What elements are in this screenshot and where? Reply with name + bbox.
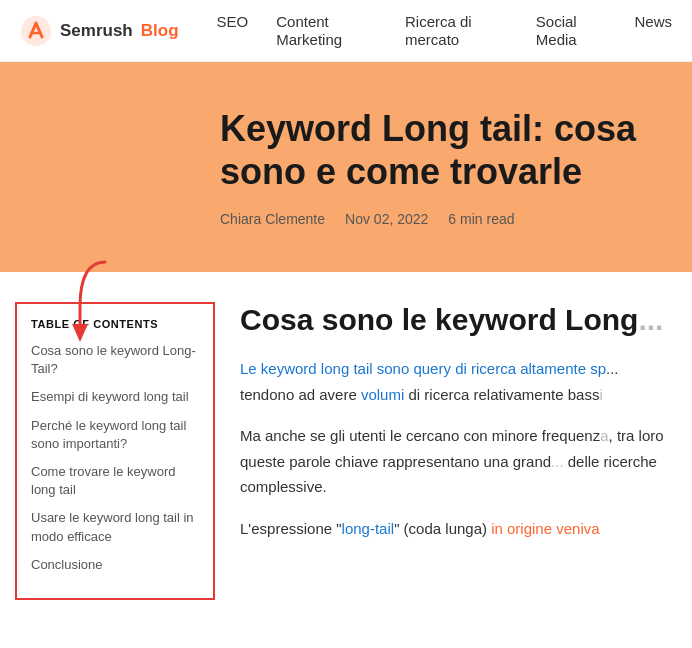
article-meta: Chiara Clemente Nov 02, 2022 6 min read bbox=[220, 211, 662, 227]
toc-item-3[interactable]: Come trovare le keyword long tail bbox=[31, 463, 199, 499]
logo-text: Semrush bbox=[60, 21, 133, 41]
author-name: Chiara Clemente bbox=[220, 211, 325, 227]
content-area: TABLE OF CONTENTS Cosa sono le keyword L… bbox=[0, 272, 692, 600]
nav-content-marketing[interactable]: Content Marketing bbox=[276, 13, 342, 48]
publish-date: Nov 02, 2022 bbox=[345, 211, 428, 227]
navigation: Semrush Blog SEO Content Marketing Ricer… bbox=[0, 0, 692, 62]
semrush-logo-icon bbox=[20, 15, 52, 47]
article-title: Keyword Long tail: cosa sono e come trov… bbox=[220, 107, 662, 193]
read-time: 6 min read bbox=[448, 211, 514, 227]
toc-item-2[interactable]: Perché le keyword long tail sono importa… bbox=[31, 417, 199, 453]
logo-link[interactable]: Semrush Blog bbox=[20, 15, 179, 47]
nav-ricerca-di-mercato[interactable]: Ricerca di mercato bbox=[405, 13, 472, 48]
logo-blog-suffix: Blog bbox=[141, 21, 179, 41]
nav-links: SEO Content Marketing Ricerca di mercato… bbox=[217, 13, 672, 49]
toc-item-4[interactable]: Usare le keyword long tail in modo effic… bbox=[31, 509, 199, 545]
svg-marker-1 bbox=[72, 324, 88, 342]
paragraph-1: Le keyword long tail sono query di ricer… bbox=[240, 356, 672, 407]
svg-point-0 bbox=[21, 16, 51, 46]
paragraph-2: Ma anche se gli utenti le cercano con mi… bbox=[240, 423, 672, 500]
section-heading: Cosa sono le keyword Long... bbox=[240, 302, 672, 338]
paragraph-3: L'espressione "long-tail" (coda lunga) i… bbox=[240, 516, 672, 542]
nav-seo[interactable]: SEO bbox=[217, 13, 249, 30]
nav-social-media[interactable]: Social Media bbox=[536, 13, 577, 48]
nav-news[interactable]: News bbox=[634, 13, 672, 30]
hero-section: Keyword Long tail: cosa sono e come trov… bbox=[0, 62, 692, 272]
toc-item-5[interactable]: Conclusione bbox=[31, 556, 199, 574]
arrow-annotation bbox=[60, 252, 120, 356]
toc-item-1[interactable]: Esempi di keyword long tail bbox=[31, 388, 199, 406]
article-content: Cosa sono le keyword Long... Le keyword … bbox=[230, 272, 692, 600]
